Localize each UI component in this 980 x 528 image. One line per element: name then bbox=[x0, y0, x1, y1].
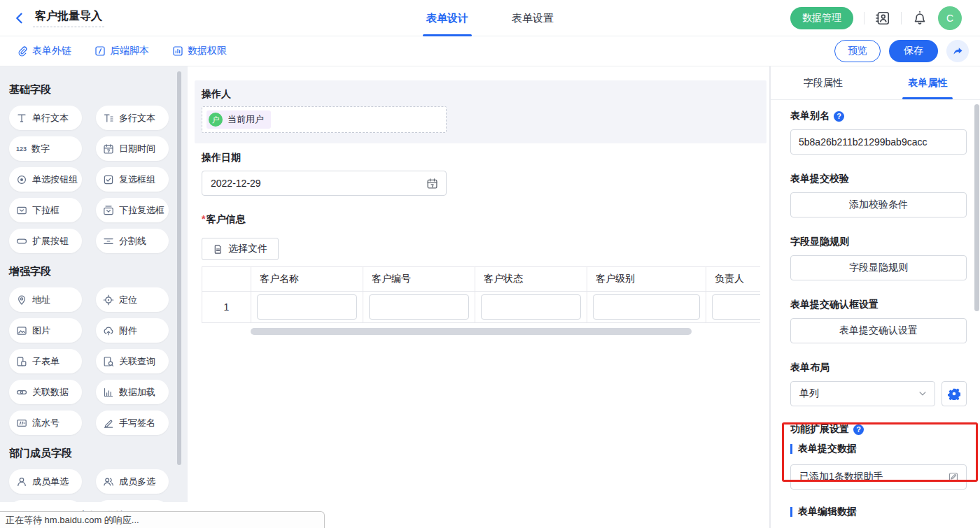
preview-button[interactable]: 预览 bbox=[834, 40, 881, 62]
help-icon[interactable] bbox=[834, 111, 844, 122]
tab-label: 表单设计 bbox=[426, 12, 468, 25]
operation-date-field[interactable]: 操作日期 2022-12-29 bbox=[202, 152, 447, 196]
cell-input-customer-status[interactable] bbox=[481, 294, 581, 320]
data-assistant-box[interactable]: 已添加1条数据助手 bbox=[790, 464, 967, 490]
data-manage-button[interactable]: 数据管理 bbox=[790, 7, 853, 29]
field-signature[interactable]: 手写签名 bbox=[96, 411, 169, 435]
field-member-single[interactable]: 成员单选 bbox=[9, 469, 82, 494]
file-icon bbox=[213, 244, 223, 255]
field-serial-number[interactable]: 流水号 bbox=[9, 411, 82, 435]
form-external-link[interactable]: 表单外链 bbox=[17, 45, 71, 57]
field-select[interactable]: 下拉框 bbox=[9, 198, 82, 222]
operator-field[interactable]: 操作人 户 当前用户 bbox=[195, 80, 766, 143]
field-data-load[interactable]: 数据加载 bbox=[96, 380, 169, 404]
layout-select[interactable]: 单列 bbox=[790, 381, 935, 406]
cell-input-customer-code[interactable] bbox=[369, 294, 469, 320]
edit-data-text: 表单编辑数据 bbox=[798, 506, 857, 518]
operator-input[interactable]: 户 当前用户 bbox=[202, 106, 447, 133]
field-multi-line-text[interactable]: 多行文本 bbox=[96, 106, 169, 130]
field-checkbox-group[interactable]: 复选框组 bbox=[96, 167, 169, 192]
data-permission-link[interactable]: 数据权限 bbox=[172, 45, 227, 57]
calendar-icon bbox=[103, 143, 114, 155]
form-alias-text: 表单别名 bbox=[790, 110, 830, 122]
share-button[interactable] bbox=[946, 40, 969, 62]
gear-icon bbox=[948, 387, 960, 400]
field-single-line-text[interactable]: 单行文本 bbox=[9, 106, 82, 130]
field-datetime[interactable]: 日期时间 bbox=[96, 136, 169, 161]
field-label: 成员多选 bbox=[119, 476, 155, 488]
map-pin-icon bbox=[16, 294, 27, 306]
extension-settings-text: 功能扩展设置 bbox=[790, 423, 849, 436]
field-label: 分割线 bbox=[119, 235, 146, 248]
section-title-enhanced-fields: 增强字段 bbox=[9, 265, 178, 278]
multi-select-icon bbox=[103, 205, 114, 216]
field-label: 附件 bbox=[119, 324, 137, 337]
column-header: 负责人 bbox=[706, 267, 761, 292]
field-image[interactable]: 图片 bbox=[9, 318, 82, 343]
column-header: 客户名称 bbox=[251, 267, 363, 292]
tab-form-properties[interactable]: 表单属性 bbox=[876, 66, 980, 99]
field-extend-button[interactable]: 扩展按钮 bbox=[9, 229, 82, 253]
bar-chart-icon bbox=[103, 387, 114, 398]
index-column-header bbox=[202, 267, 251, 292]
cloud-upload-icon bbox=[103, 325, 114, 336]
notification-bell-icon[interactable] bbox=[912, 10, 927, 26]
chain-link-icon bbox=[16, 387, 27, 398]
share-arrow-icon bbox=[952, 45, 964, 57]
choose-file-button[interactable]: 选择文件 bbox=[202, 238, 279, 260]
field-divider[interactable]: 分割线 bbox=[96, 229, 169, 253]
field-label: 扩展按钮 bbox=[32, 235, 69, 248]
help-icon[interactable] bbox=[853, 424, 864, 435]
current-user-tag[interactable]: 户 当前用户 bbox=[206, 110, 271, 129]
field-visibility-button[interactable]: 字段显隐规则 bbox=[790, 255, 967, 280]
avatar[interactable]: C bbox=[938, 6, 962, 30]
tab-form-design[interactable]: 表单设计 bbox=[405, 0, 490, 36]
date-input[interactable]: 2022-12-29 bbox=[202, 171, 447, 196]
form-alias-input[interactable]: 5b8a26b211b21299bab9cacc bbox=[790, 129, 967, 155]
form-layout-label: 表单布局 bbox=[790, 362, 967, 374]
field-attachment[interactable]: 附件 bbox=[96, 318, 169, 343]
tab-field-properties[interactable]: 字段属性 bbox=[771, 66, 876, 99]
cell-input-owner[interactable] bbox=[712, 294, 760, 320]
field-related-query[interactable]: 关联查询 bbox=[96, 349, 169, 373]
cell-input-customer-level[interactable] bbox=[593, 294, 700, 320]
field-subform[interactable]: 子表单 bbox=[9, 349, 82, 373]
divider bbox=[864, 12, 864, 24]
field-label: 手写签名 bbox=[119, 417, 155, 429]
field-label: 关联数据 bbox=[32, 386, 69, 399]
page-title[interactable]: 客户批量导入 bbox=[33, 9, 104, 27]
backend-script-link[interactable]: 后端脚本 bbox=[94, 45, 149, 57]
field-member-multi[interactable]: 成员多选 bbox=[96, 469, 169, 494]
layout-settings-button[interactable] bbox=[941, 381, 967, 406]
save-button[interactable]: 保存 bbox=[889, 40, 938, 62]
header-tabs: 表单设计 表单设置 bbox=[405, 0, 575, 36]
select-icon bbox=[16, 205, 27, 216]
subform-icon bbox=[16, 356, 27, 367]
tab-form-settings[interactable]: 表单设置 bbox=[490, 0, 575, 36]
field-label: 多行文本 bbox=[119, 112, 155, 124]
field-multi-select[interactable]: 下拉复选框 bbox=[96, 198, 169, 222]
tab-label: 表单设置 bbox=[512, 12, 554, 25]
row-index: 1 bbox=[202, 292, 251, 323]
choose-file-label: 选择文件 bbox=[228, 243, 267, 255]
customer-info-field[interactable]: *客户信息 选择文件 客户名称 客户编号 客户状态 客户级别 负责人 1 bbox=[202, 213, 760, 335]
field-number[interactable]: 123数字 bbox=[9, 136, 82, 161]
field-location[interactable]: 定位 bbox=[96, 287, 169, 312]
field-label: 地址 bbox=[32, 294, 50, 306]
blue-bar bbox=[790, 444, 792, 454]
tab-label: 表单属性 bbox=[908, 77, 947, 90]
subform-horizontal-scrollbar[interactable] bbox=[251, 328, 692, 335]
cell-input-customer-name[interactable] bbox=[257, 294, 357, 320]
field-label: 日期时间 bbox=[119, 143, 155, 155]
field-address[interactable]: 地址 bbox=[9, 287, 82, 312]
field-related-data[interactable]: 关联数据 bbox=[9, 380, 82, 404]
field-visibility-label: 字段显隐规则 bbox=[790, 236, 967, 248]
contacts-icon[interactable] bbox=[875, 10, 890, 26]
page-scrollbar[interactable] bbox=[974, 104, 979, 311]
field-radio-group[interactable]: 单选按钮组 bbox=[9, 167, 82, 192]
back-icon[interactable] bbox=[13, 11, 27, 25]
submit-confirm-button[interactable]: 表单提交确认设置 bbox=[790, 318, 967, 343]
add-validation-button[interactable]: 添加校验条件 bbox=[790, 192, 967, 217]
sidebar-scrollbar[interactable] bbox=[177, 71, 181, 465]
user-avatar-icon: 户 bbox=[209, 113, 223, 127]
